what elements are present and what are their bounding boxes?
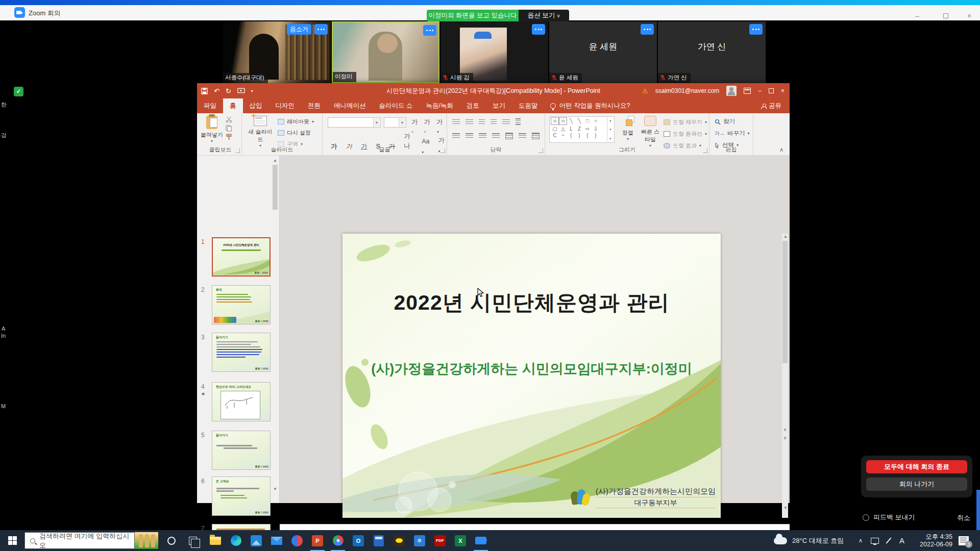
tools-app-icon[interactable]: ⚙ <box>409 530 430 551</box>
quick-styles-button[interactable]: 빠른 스타일▾ <box>639 116 662 148</box>
participant-tile-2-active-speaker[interactable]: 이정미 <box>332 21 439 83</box>
find-button[interactable]: 찾기 <box>715 117 750 127</box>
leave-meeting-button[interactable]: 회의 나가기 <box>866 478 967 491</box>
tab-transitions[interactable]: 전환 <box>301 98 327 113</box>
tab-insert[interactable]: 삽입 <box>243 98 269 113</box>
font-name-combobox[interactable]: ▾ <box>328 117 381 128</box>
zoom-camera-icon[interactable] <box>471 530 491 551</box>
layout-button[interactable]: 레이아웃▾ <box>278 117 314 127</box>
network-icon[interactable] <box>871 530 879 551</box>
more-options-button[interactable] <box>641 24 654 35</box>
panel-scrollbar[interactable]: ▲ ▼ <box>272 158 278 499</box>
tab-design[interactable]: 디자인 <box>269 98 302 113</box>
edge-icon[interactable] <box>226 530 246 551</box>
clock[interactable]: 오후 4:35 2022-06-09 <box>914 530 952 551</box>
slide-thumbnail-3[interactable]: 들어가기 <box>212 333 271 372</box>
font-size-combobox[interactable]: ▾ <box>384 117 406 128</box>
notification-center-icon[interactable]: 3 <box>959 530 969 551</box>
ppt-restore-button[interactable] <box>769 88 774 93</box>
participant-tile-4[interactable]: 윤 세원 윤 세원 <box>549 21 657 83</box>
decrease-indent-icon[interactable] <box>479 119 485 125</box>
chrome-icon[interactable] <box>328 530 348 551</box>
shape-fill-button[interactable]: 도형 채우기▾ <box>664 117 707 127</box>
more-options-button[interactable] <box>314 24 328 35</box>
font-dialog-launcher[interactable] <box>440 148 445 153</box>
slide-thumbnail-1[interactable]: 2022년 시민단체운영과 관리 <box>212 237 271 277</box>
scroll-up-icon[interactable]: ▲ <box>272 158 278 164</box>
align-text-icon[interactable] <box>519 133 526 139</box>
ime-indicator[interactable]: A <box>899 530 904 551</box>
slide-thumbnail-6[interactable]: 본 교재는 <box>212 477 271 516</box>
excel-icon[interactable]: X <box>450 530 471 551</box>
slide-thumbnail-5[interactable]: 들어가기 <box>212 431 271 470</box>
tab-slideshow[interactable]: 슬라이드 쇼 <box>373 98 420 113</box>
cortana-icon[interactable] <box>161 530 182 551</box>
view-options-button[interactable]: 옵션 보기 ∨ <box>519 10 569 21</box>
previous-slide-button[interactable]: ∧ <box>781 427 789 432</box>
end-meeting-for-all-button[interactable]: 모두에 대해 회의 종료 <box>866 460 967 473</box>
cut-icon[interactable] <box>226 116 232 123</box>
account-email[interactable]: ssaim0301@naver.com <box>655 87 720 94</box>
slide-title[interactable]: 2022년 시민단체운영과 관리 <box>342 289 721 317</box>
arrange-button[interactable]: 정렬▾ <box>618 116 638 141</box>
justify-icon[interactable] <box>492 133 500 139</box>
new-slide-button[interactable]: 새 슬라이드▾ <box>246 116 275 148</box>
scroll-down-icon[interactable]: ▼ <box>782 505 789 511</box>
security-app-icon[interactable] <box>287 530 307 551</box>
participant-tile-3[interactable]: 시원 김 <box>440 21 548 83</box>
cancel-button[interactable]: 취소 <box>957 513 970 522</box>
smartart-icon[interactable] <box>532 133 540 139</box>
outlook-icon[interactable]: O <box>348 530 369 551</box>
calculator-icon[interactable] <box>369 530 389 551</box>
tab-home[interactable]: 홈 <box>223 98 243 113</box>
ribbon-display-options-icon[interactable] <box>744 88 751 94</box>
tab-help[interactable]: 도움말 <box>512 98 545 113</box>
participant-tile-5[interactable]: 가연 신 가연 신 <box>658 21 766 83</box>
tab-animations[interactable]: 애니메이션 <box>327 98 373 113</box>
line-spacing-icon[interactable] <box>502 119 510 125</box>
search-highlight-image[interactable] <box>135 532 158 549</box>
text-direction-icon[interactable] <box>516 118 521 126</box>
start-button[interactable] <box>0 530 24 551</box>
align-left-icon[interactable] <box>452 133 460 139</box>
slide-thumbnail-4[interactable]: 한선으로 따라 그려보세요 <box>212 382 271 421</box>
scroll-down-icon[interactable]: ▼ <box>272 486 278 492</box>
increase-indent-icon[interactable] <box>491 119 497 125</box>
weather-widget[interactable]: 28°C 대체로 흐림 <box>774 530 844 551</box>
clipboard-dialog-launcher[interactable] <box>235 148 240 153</box>
photos-icon[interactable] <box>246 530 266 551</box>
paragraph-dialog-launcher[interactable] <box>538 148 543 153</box>
mail-icon[interactable] <box>266 530 287 551</box>
powerpoint-icon[interactable]: P <box>307 530 328 551</box>
numbering-icon[interactable] <box>465 119 473 125</box>
shape-gallery-scroll[interactable]: ▴▾▾ <box>607 117 614 142</box>
acrobat-icon[interactable]: PDF <box>430 530 450 551</box>
taskbar-search-input[interactable]: 검색하려면 여기에 입력하십시오 <box>24 532 135 549</box>
columns-icon[interactable] <box>505 133 513 139</box>
align-center-icon[interactable] <box>465 133 473 139</box>
maximize-button[interactable] <box>938 11 953 20</box>
close-button[interactable]: × <box>962 11 977 20</box>
more-options-button[interactable] <box>423 25 436 36</box>
collapse-ribbon-button[interactable]: ∧ <box>779 146 783 153</box>
replace-button[interactable]: 가↔바꾸기▾ <box>715 129 750 138</box>
feedback-checkbox[interactable] <box>863 514 869 521</box>
slide-canvas[interactable]: 2022년 시민단체운영과 관리 (사)가정을건강하게하는 시민의모임대구지부:… <box>342 234 721 518</box>
minimize-button[interactable]: – <box>910 11 925 20</box>
slide-subtitle[interactable]: (사)가정을건강하게하는 시민의모임대구지부:이정미 <box>342 360 721 378</box>
more-options-button[interactable] <box>532 24 545 35</box>
tab-view[interactable]: 보기 <box>486 98 512 113</box>
ppt-close-button[interactable]: × <box>781 87 785 94</box>
avatar[interactable] <box>726 86 737 96</box>
more-options-button[interactable] <box>749 24 763 35</box>
file-explorer-icon[interactable] <box>205 530 226 551</box>
ask-to-mute-button[interactable]: 음소거 <box>287 24 311 35</box>
tray-chevron[interactable]: ∧ <box>859 530 863 551</box>
format-painter-icon[interactable] <box>226 134 232 140</box>
paste-button[interactable]: 붙여넣기▾ <box>200 116 224 143</box>
scroll-up-icon[interactable]: ▲ <box>782 234 789 240</box>
tab-file[interactable]: 파일 <box>197 98 223 113</box>
share-button[interactable]: 공유 <box>753 98 790 113</box>
participant-tile-1[interactable]: 음소거 서종수(대구대) <box>223 21 331 83</box>
antivirus-shield-icon[interactable]: ✓ <box>14 87 23 96</box>
